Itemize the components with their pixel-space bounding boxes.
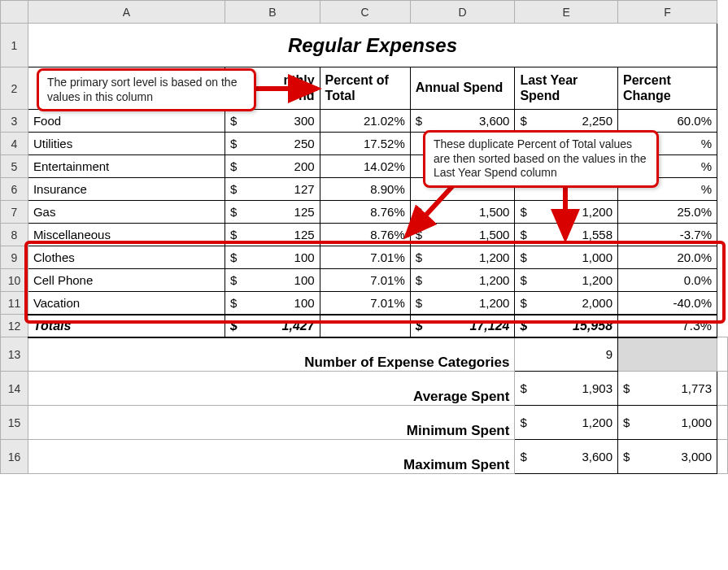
- row-header-7[interactable]: 7: [1, 201, 28, 224]
- cell-A10[interactable]: Cell Phone: [28, 269, 225, 292]
- cell-D14[interactable]: 1,903: [515, 372, 618, 406]
- row-header-3[interactable]: 3: [1, 110, 28, 133]
- cell-F9[interactable]: 20.0%: [618, 246, 717, 269]
- row-header-6[interactable]: 6: [1, 178, 28, 201]
- cell-C9[interactable]: 7.01%: [320, 246, 410, 269]
- cell-F10[interactable]: 0.0%: [618, 269, 717, 292]
- cell-C7[interactable]: 8.76%: [320, 201, 410, 224]
- cell-D12[interactable]: 17,124: [410, 315, 515, 337]
- cell-F12[interactable]: 7.3%: [618, 315, 717, 337]
- cell-B8[interactable]: 125: [225, 224, 320, 246]
- select-all-cell[interactable]: [1, 1, 28, 24]
- row-header-4[interactable]: 4: [1, 133, 28, 155]
- cell-C15[interactable]: [320, 406, 410, 440]
- cell-F2[interactable]: Percent Change: [618, 67, 717, 110]
- col-header-F[interactable]: F: [618, 1, 717, 24]
- cell-B3[interactable]: 300: [225, 110, 320, 133]
- cell-C14[interactable]: [320, 372, 410, 406]
- cell-E13[interactable]: [618, 337, 717, 372]
- cell-C11[interactable]: 7.01%: [320, 292, 410, 315]
- cell-F14[interactable]: [717, 372, 728, 406]
- cell-F16[interactable]: [717, 440, 728, 474]
- cell-B15[interactable]: [225, 406, 320, 440]
- cell-C6[interactable]: 8.90%: [320, 178, 410, 201]
- cell-E12[interactable]: 15,958: [515, 315, 618, 337]
- cell-B14[interactable]: [225, 372, 320, 406]
- cell-B7[interactable]: 125: [225, 201, 320, 224]
- cell-B9[interactable]: 100: [225, 246, 320, 269]
- cell-A7[interactable]: Gas: [28, 201, 225, 224]
- row-header-1[interactable]: 1: [1, 24, 28, 67]
- row-header-2[interactable]: 2: [1, 67, 28, 110]
- cell-C16[interactable]: [320, 440, 410, 474]
- cell-A6[interactable]: Insurance: [28, 178, 225, 201]
- col-header-D[interactable]: D: [410, 1, 515, 24]
- cell-D2[interactable]: Annual Spend: [410, 67, 515, 110]
- cell-E9[interactable]: 1,000: [515, 246, 618, 269]
- cell-B10[interactable]: 100: [225, 269, 320, 292]
- cell-A14[interactable]: [28, 372, 225, 406]
- cell-F8[interactable]: -3.7%: [618, 224, 717, 246]
- cell-E8[interactable]: 1,558: [515, 224, 618, 246]
- row-header-12[interactable]: 12: [1, 315, 28, 337]
- col-header-E[interactable]: E: [515, 1, 618, 24]
- cell-A3[interactable]: Food: [28, 110, 225, 133]
- cell-D11[interactable]: 1,200: [410, 292, 515, 315]
- cell-C10[interactable]: 7.01%: [320, 269, 410, 292]
- cell-D7[interactable]: 1,500: [410, 201, 515, 224]
- cell-A15[interactable]: [28, 406, 225, 440]
- row-header-10[interactable]: 10: [1, 269, 28, 292]
- cell-D9[interactable]: 1,200: [410, 246, 515, 269]
- cell-D16[interactable]: 3,600: [515, 440, 618, 474]
- col-header-B[interactable]: B: [225, 1, 320, 24]
- cell-A11[interactable]: Vacation: [28, 292, 225, 315]
- cell-C4[interactable]: 17.52%: [320, 133, 410, 155]
- row-header-13[interactable]: 13: [1, 337, 28, 372]
- cell-A16[interactable]: [28, 440, 225, 474]
- cell-A5[interactable]: Entertainment: [28, 155, 225, 178]
- row-header-15[interactable]: 15: [1, 406, 28, 440]
- cell-B16[interactable]: [225, 440, 320, 474]
- cell-A9[interactable]: Clothes: [28, 246, 225, 269]
- cell-D3[interactable]: 3,600: [410, 110, 515, 133]
- row-header-16[interactable]: 16: [1, 440, 28, 474]
- cell-E7[interactable]: 1,200: [515, 201, 618, 224]
- col-header-C[interactable]: C: [320, 1, 410, 24]
- cell-A8[interactable]: Miscellaneous: [28, 224, 225, 246]
- cell-C2[interactable]: Percent of Total: [320, 67, 410, 110]
- cell-B5[interactable]: 200: [225, 155, 320, 178]
- cell-C5[interactable]: 14.02%: [320, 155, 410, 178]
- row-header-11[interactable]: 11: [1, 292, 28, 315]
- cell-B4[interactable]: 250: [225, 133, 320, 155]
- cell-C12[interactable]: [320, 315, 410, 337]
- row-header-8[interactable]: 8: [1, 224, 28, 246]
- cell-E16[interactable]: 3,000: [618, 440, 717, 474]
- cell-E14[interactable]: 1,773: [618, 372, 717, 406]
- col-header-A[interactable]: A: [28, 1, 225, 24]
- cell-A12[interactable]: Totals: [28, 315, 225, 337]
- cell-E2[interactable]: Last Year Spend: [515, 67, 618, 110]
- cell-A4[interactable]: Utilities: [28, 133, 225, 155]
- cell-C8[interactable]: 8.76%: [320, 224, 410, 246]
- cell-D8[interactable]: 1,500: [410, 224, 515, 246]
- cell-F3[interactable]: 60.0%: [618, 110, 717, 133]
- cell-F11[interactable]: -40.0%: [618, 292, 717, 315]
- row-header-14[interactable]: 14: [1, 372, 28, 406]
- cell-E15[interactable]: 1,000: [618, 406, 717, 440]
- cell-B12[interactable]: 1,427: [225, 315, 320, 337]
- row-header-9[interactable]: 9: [1, 246, 28, 269]
- cell-F13[interactable]: [717, 337, 728, 372]
- cell-E11[interactable]: 2,000: [515, 292, 618, 315]
- row-header-5[interactable]: 5: [1, 155, 28, 178]
- cell-C3[interactable]: 21.02%: [320, 110, 410, 133]
- cell-D15[interactable]: 1,200: [515, 406, 618, 440]
- title-cell[interactable]: Regular Expenses: [28, 24, 717, 67]
- cell-F15[interactable]: [717, 406, 728, 440]
- cell-D10[interactable]: 1,200: [410, 269, 515, 292]
- cell-D13[interactable]: 9: [515, 337, 618, 372]
- cell-B6[interactable]: 127: [225, 178, 320, 201]
- cell-E10[interactable]: 1,200: [515, 269, 618, 292]
- cell-A13[interactable]: [28, 337, 225, 372]
- cell-F7[interactable]: 25.0%: [618, 201, 717, 224]
- cell-B11[interactable]: 100: [225, 292, 320, 315]
